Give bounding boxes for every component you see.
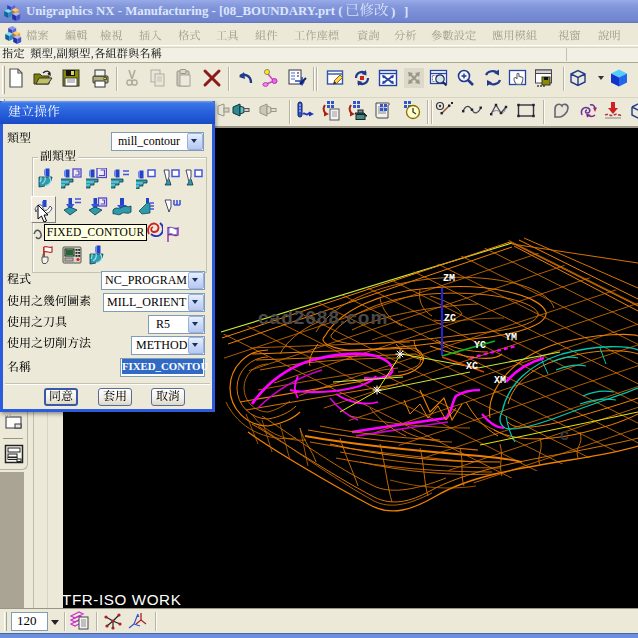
svg-text:XC: XC: [466, 361, 478, 372]
svg-text:ZC: ZC: [444, 313, 456, 324]
svg-text:ZM: ZM: [443, 273, 455, 284]
svg-text:YM: YM: [505, 332, 517, 343]
svg-text:YC: YC: [474, 340, 486, 351]
svg-text:XM: XM: [494, 375, 506, 386]
svg-text:c: c: [560, 426, 569, 443]
svg-text:cad2688.com: cad2688.com: [258, 307, 388, 328]
